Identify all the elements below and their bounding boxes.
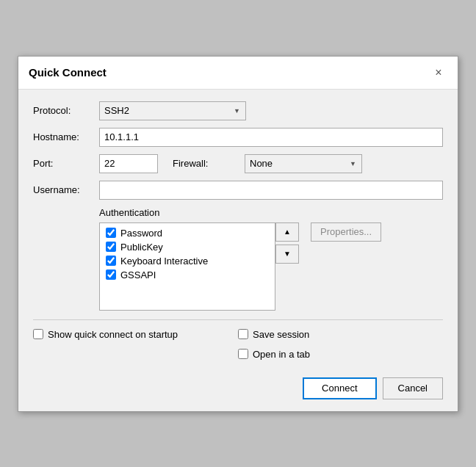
- protocol-row: Protocol: SSH2 SSH1 Telnet Serial: [33, 101, 443, 120]
- firewall-label: Firewall:: [173, 158, 239, 169]
- port-label: Port:: [33, 158, 99, 169]
- open-in-tab-label: Open in a tab: [253, 349, 310, 360]
- protocol-select-wrapper: SSH2 SSH1 Telnet Serial: [99, 101, 246, 120]
- hostname-label: Hostname:: [33, 131, 99, 142]
- list-item[interactable]: Password: [103, 226, 272, 240]
- list-item[interactable]: Keyboard Interactive: [103, 254, 272, 268]
- protocol-label: Protocol:: [33, 105, 99, 116]
- protocol-select[interactable]: SSH2 SSH1 Telnet Serial: [99, 101, 246, 120]
- publickey-label: PublicKey: [120, 242, 163, 253]
- move-down-button[interactable]: ▼: [275, 245, 299, 264]
- auth-body: Password PublicKey Keyboard Interactive …: [99, 222, 443, 311]
- gssapi-checkbox[interactable]: [106, 269, 116, 280]
- authentication-section: Authentication Password PublicKey Keyboa…: [33, 207, 443, 311]
- password-label: Password: [120, 228, 162, 239]
- auth-list: Password PublicKey Keyboard Interactive …: [99, 222, 275, 311]
- gssapi-label: GSSAPI: [120, 269, 156, 280]
- divider: [33, 319, 443, 320]
- publickey-checkbox[interactable]: [106, 242, 116, 252]
- username-label: Username:: [33, 184, 99, 195]
- show-quick-connect-label: Show quick connect on startup: [48, 329, 178, 340]
- keyboard-interactive-checkbox[interactable]: [106, 256, 116, 266]
- move-up-button[interactable]: ▲: [275, 222, 299, 242]
- title-bar: Quick Connect ×: [18, 57, 458, 90]
- quick-connect-dialog: Quick Connect × Protocol: SSH2 SSH1 Teln…: [18, 56, 458, 412]
- dialog-content: Protocol: SSH2 SSH1 Telnet Serial Hostna…: [18, 90, 458, 411]
- auth-controls: ▲ ▼ Properties...: [275, 222, 381, 264]
- save-session-label: Save session: [253, 329, 309, 340]
- username-row: Username:: [33, 181, 443, 200]
- username-input[interactable]: [99, 181, 443, 200]
- bottom-options: Show quick connect on startup Save sessi…: [33, 329, 443, 364]
- list-item[interactable]: PublicKey: [103, 240, 272, 254]
- firewall-select-wrapper: None SOCKS5 HTTP: [245, 154, 362, 173]
- port-input[interactable]: [99, 154, 158, 173]
- dialog-title: Quick Connect: [29, 66, 107, 79]
- hostname-row: Hostname:: [33, 128, 443, 147]
- action-buttons: Connect Cancel: [33, 374, 443, 399]
- auth-arrows: ▲ ▼: [275, 222, 299, 264]
- show-quick-connect-checkbox[interactable]: [33, 329, 43, 339]
- show-quick-connect-row[interactable]: Show quick connect on startup: [33, 329, 238, 340]
- hostname-input[interactable]: [99, 128, 443, 147]
- firewall-select[interactable]: None SOCKS5 HTTP: [245, 154, 362, 173]
- open-in-tab-row[interactable]: Open in a tab: [238, 349, 443, 360]
- save-session-checkbox[interactable]: [238, 329, 248, 339]
- list-item[interactable]: GSSAPI: [103, 268, 272, 282]
- save-session-row[interactable]: Save session: [238, 329, 443, 340]
- open-in-tab-checkbox[interactable]: [238, 349, 248, 359]
- left-options: Show quick connect on startup: [33, 329, 238, 344]
- port-firewall-row: Port: Firewall: None SOCKS5 HTTP: [33, 154, 443, 173]
- properties-button[interactable]: Properties...: [311, 222, 381, 242]
- keyboard-interactive-label: Keyboard Interactive: [120, 256, 208, 267]
- cancel-button[interactable]: Cancel: [383, 377, 443, 399]
- right-options: Save session Open in a tab: [238, 329, 443, 364]
- password-checkbox[interactable]: [106, 228, 116, 238]
- auth-section-label: Authentication: [99, 207, 443, 218]
- connect-button[interactable]: Connect: [303, 377, 376, 399]
- close-button[interactable]: ×: [430, 64, 447, 82]
